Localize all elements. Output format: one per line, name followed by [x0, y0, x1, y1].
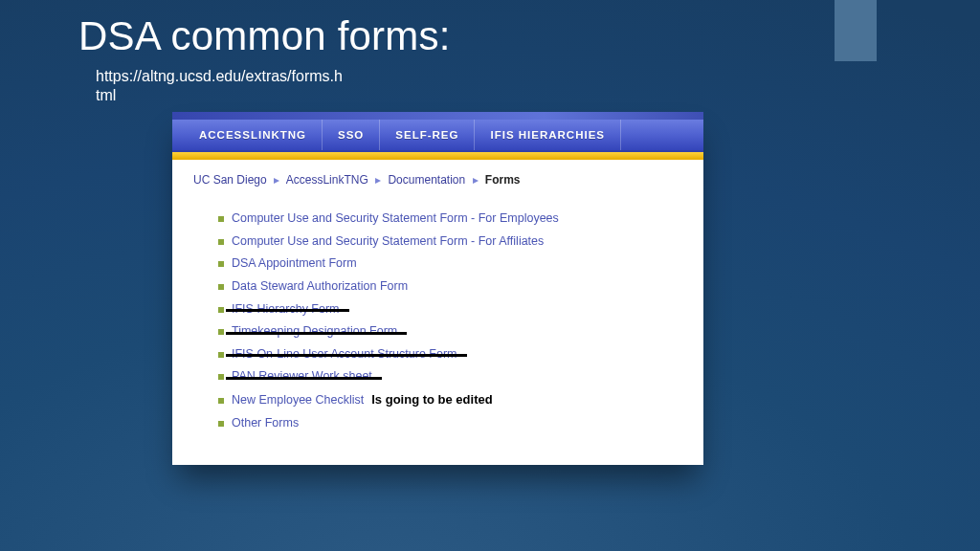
bullet-icon [218, 352, 224, 358]
forms-list: Computer Use and Security Statement Form… [172, 192, 703, 465]
nav-item-accesslinktng[interactable]: ACCESSLINKTNG [184, 120, 323, 150]
list-item: IFIS Hierarchy Form [218, 302, 682, 318]
crumb-sep-icon: ▸ [371, 173, 385, 187]
list-item: DSA Appointment Form [218, 256, 682, 272]
form-link[interactable]: Data Steward Authorization Form [232, 279, 408, 295]
slide: DSA common forms: https://altng.ucsd.edu… [0, 0, 980, 551]
nav-item-ifis-hierarchies[interactable]: IFIS HIERARCHIES [475, 120, 621, 150]
form-link[interactable]: Other Forms [232, 416, 299, 431]
form-link[interactable]: New Employee Checklist [232, 393, 364, 408]
accent-bar [835, 0, 877, 61]
nav-bar: ACCESSLINKTNG SSO SELF-REG IFIS HIERARCH… [172, 120, 703, 152]
list-item: Data Steward Authorization Form [218, 279, 682, 295]
topbar-strip [172, 112, 703, 120]
crumb-sep-icon: ▸ [469, 173, 482, 187]
nav-item-self-reg[interactable]: SELF-REG [380, 120, 475, 150]
bullet-icon [218, 329, 224, 335]
bullet-icon [218, 374, 224, 380]
breadcrumb: UC San Diego ▸ AccessLinkTNG ▸ Documenta… [172, 160, 703, 192]
bullet-icon [218, 421, 224, 427]
crumb-part[interactable]: UC San Diego [193, 173, 267, 187]
form-link[interactable]: IFIS On-Line User Account Structure Form [232, 347, 457, 363]
list-item: Computer Use and Security Statement Form… [218, 234, 682, 250]
nav-item-sso[interactable]: SSO [323, 120, 380, 150]
form-link[interactable]: Timekeeping Designation Form [232, 324, 397, 340]
form-link[interactable]: IFIS Hierarchy Form [232, 302, 340, 318]
bullet-icon [218, 239, 224, 245]
crumb-part[interactable]: Documentation [388, 173, 465, 187]
source-url: https://altng.ucsd.edu/extras/forms.html [96, 67, 345, 105]
list-item: Other Forms [218, 416, 682, 431]
screenshot-panel: ACCESSLINKTNG SSO SELF-REG IFIS HIERARCH… [172, 112, 703, 465]
bullet-icon [218, 307, 224, 313]
list-item: PAN Reviewer Work sheet [218, 369, 682, 385]
bullet-icon [218, 261, 224, 267]
bullet-icon [218, 284, 224, 290]
form-link[interactable]: DSA Appointment Form [232, 256, 357, 272]
list-item: IFIS On-Line User Account Structure Form [218, 347, 682, 363]
crumb-sep-icon: ▸ [270, 173, 283, 187]
list-item: New Employee ChecklistIs going to be edi… [218, 392, 682, 408]
list-item: Timekeeping Designation Form [218, 324, 682, 340]
crumb-current: Forms [485, 173, 521, 187]
crumb-part[interactable]: AccessLinkTNG [286, 173, 368, 187]
list-item: Computer Use and Security Statement Form… [218, 211, 682, 227]
accent-strip [172, 152, 703, 160]
bullet-icon [218, 216, 224, 222]
form-link[interactable]: Computer Use and Security Statement Form… [232, 234, 544, 250]
bullet-icon [218, 398, 224, 404]
edit-note: Is going to be edited [371, 392, 492, 408]
form-link[interactable]: Computer Use and Security Statement Form… [232, 211, 559, 227]
slide-title: DSA common forms: [78, 13, 451, 59]
form-link[interactable]: PAN Reviewer Work sheet [232, 369, 372, 385]
